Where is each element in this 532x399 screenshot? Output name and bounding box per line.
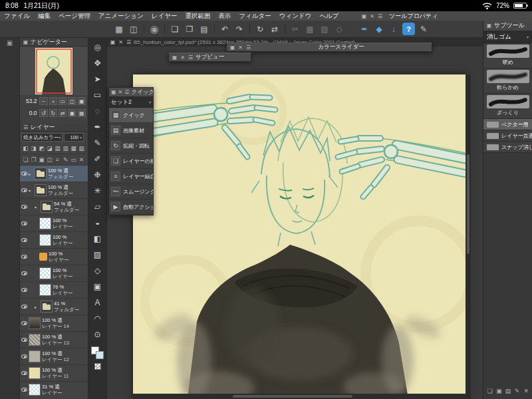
layer-row[interactable]: 100 %レイヤー	[20, 215, 88, 232]
close-icon[interactable]: ✕	[180, 55, 186, 61]
visibility-eye-icon[interactable]	[21, 338, 27, 342]
menu-filter[interactable]: フィルター	[235, 12, 275, 21]
layer-row[interactable]: 100 %レイヤー	[20, 232, 88, 249]
open-file-icon[interactable]: ❐	[182, 23, 197, 36]
tool-property-title[interactable]: ツールプロパティ	[389, 12, 438, 21]
new-file-icon[interactable]: ❏	[168, 23, 182, 36]
menu-page[interactable]: ページ管理	[55, 12, 94, 21]
thumbnail-options-icon[interactable]: ▦	[78, 109, 86, 117]
subtool-item[interactable]: ざっくり	[483, 94, 532, 119]
menu-window[interactable]: ウィンドウ	[275, 12, 316, 21]
effect-icon-4[interactable]: ◪	[46, 144, 53, 152]
shape-select-icon[interactable]: ◇	[332, 23, 346, 36]
menu-view[interactable]: 表示	[214, 12, 235, 21]
layer-thumbnail[interactable]	[39, 267, 51, 279]
selection-tool-icon[interactable]: ▭	[90, 87, 106, 103]
folder-thumbnail[interactable]	[41, 301, 53, 313]
delete-layer-icon[interactable]: ✕	[78, 156, 85, 164]
lasso-tool-icon[interactable]: ◌	[90, 103, 106, 119]
zoom-tool-icon[interactable]: ◎	[90, 39, 106, 55]
canvas-vertical-scrollbar[interactable]	[466, 74, 471, 399]
pen-pressure-icon[interactable]: ✒	[357, 23, 372, 36]
flip-canvas-icon[interactable]: ⇄	[267, 23, 282, 36]
dock-icon[interactable]: ▣	[111, 89, 116, 95]
dock-icon[interactable]: ▣	[229, 45, 235, 51]
layer-opacity-field[interactable]: 100▾	[64, 133, 84, 142]
panel-menu-icon[interactable]: ☰	[188, 55, 194, 61]
help-icon[interactable]: ?	[402, 23, 415, 35]
subtool-item[interactable]: 硬め	[483, 43, 532, 68]
visibility-eye-icon[interactable]	[21, 288, 27, 292]
rotate-left-icon[interactable]: ↺	[39, 109, 47, 117]
decoration-tool-icon[interactable]: ❉	[90, 167, 106, 183]
subtool-group-header[interactable]: 消しゴム ▾	[483, 31, 532, 43]
close-icon[interactable]: ✕	[237, 45, 243, 51]
visibility-eye-icon[interactable]	[21, 388, 27, 392]
quick-item[interactable]: ↻拡縮・回転	[109, 138, 153, 154]
subtool-item-selected[interactable]: ベクター用	[483, 119, 532, 130]
panel-menu-icon[interactable]: ☰	[124, 89, 129, 95]
effect-icon-2[interactable]: ◨	[30, 144, 37, 152]
close-icon[interactable]: ✕	[118, 39, 124, 45]
effect-icon-7[interactable]: ▦	[70, 144, 77, 152]
expand-arrow-icon[interactable]: ▾	[29, 188, 33, 193]
csp-logo-icon[interactable]: ◉	[147, 23, 162, 36]
sub-color-swatch[interactable]	[96, 351, 104, 359]
visibility-eye-icon[interactable]	[21, 305, 27, 309]
cut-icon[interactable]: ✂	[288, 23, 303, 36]
deselect-icon[interactable]: ▩	[303, 23, 317, 36]
rotate-canvas-icon[interactable]: ↻	[253, 23, 267, 36]
layer-list-icon[interactable]: ≡	[54, 156, 61, 164]
new-folder-icon[interactable]: ▣	[38, 156, 45, 164]
color-swatches[interactable]	[91, 346, 104, 360]
duplicate-layer-icon[interactable]: ❐	[30, 156, 37, 164]
menu-edit[interactable]: 編集	[34, 12, 55, 21]
flip-horizontal-icon[interactable]: ⇄	[59, 109, 66, 117]
edit-pen-icon[interactable]: ✎	[416, 23, 431, 36]
visibility-eye-icon[interactable]	[21, 205, 27, 209]
gradient-tool-icon[interactable]: ▨	[90, 247, 106, 263]
add-subtool-icon[interactable]: ❏	[487, 387, 493, 395]
delete-subtool-icon[interactable]: ✕	[523, 387, 529, 395]
save-icon[interactable]: ▤	[197, 23, 211, 36]
layer-thumbnail[interactable]	[39, 234, 51, 246]
eyedropper-tool-icon[interactable]: ⊙	[90, 327, 106, 342]
reset-rotate-icon[interactable]: ▣	[68, 109, 76, 117]
canvas-horizontal-scrollbar[interactable]	[133, 394, 466, 399]
pencil-tool-icon[interactable]: ✎	[90, 135, 106, 151]
quick-item[interactable]: ▶自動アクション	[109, 200, 153, 215]
menu-layer[interactable]: レイヤー	[148, 12, 182, 21]
effect-icon-5[interactable]: ▤	[54, 144, 61, 152]
visibility-eye-icon[interactable]	[21, 354, 27, 358]
expand-arrow-icon[interactable]: ▸	[35, 305, 39, 309]
subtool-item[interactable]: 軟らかめ	[483, 68, 532, 94]
menu-selection[interactable]: 選択範囲	[181, 12, 214, 21]
balloon-tool-icon[interactable]: ◠	[90, 311, 106, 327]
layer-row[interactable]: 100 % 通レイヤー 12	[20, 348, 88, 365]
zoom-in-icon[interactable]: ＋	[49, 97, 57, 105]
menu-help[interactable]: ヘルプ	[315, 12, 342, 21]
edit-subtool-icon[interactable]: ✎	[514, 387, 521, 395]
close-icon[interactable]: ✕	[118, 89, 123, 95]
layer-thumbnail[interactable]	[39, 217, 51, 229]
quick-item[interactable]: ▤画像素材	[109, 123, 153, 138]
navigator-preview[interactable]	[20, 47, 88, 95]
panel-dock-icon[interactable]: ☰	[23, 124, 29, 130]
layer-row[interactable]: 100 % 通レイヤー 11	[20, 365, 88, 382]
workspace-icon[interactable]: ▦	[112, 23, 126, 36]
dock-icon[interactable]: ▣	[110, 39, 116, 45]
layer-thumbnail[interactable]	[29, 367, 41, 379]
undo-icon[interactable]: ↶	[217, 23, 232, 36]
quick-item[interactable]: ▦クイック	[109, 108, 153, 123]
quick-panel-titlebar[interactable]: ▣ ✕ ☰ クイック	[109, 88, 153, 97]
pen-tool-icon[interactable]: ✒	[90, 119, 106, 135]
edit-layer-icon[interactable]: ✎	[62, 156, 69, 164]
text-tool-icon[interactable]: A	[90, 295, 106, 311]
visibility-eye-icon[interactable]	[21, 221, 27, 225]
layer-row[interactable]: 100 % 通レイヤー 14	[20, 315, 88, 332]
quick-set-selector[interactable]: セット2 ▾	[109, 97, 153, 108]
fit-screen-icon[interactable]: ▭	[59, 97, 66, 105]
quick-item[interactable]: ≡レイヤー結合	[109, 169, 153, 184]
visibility-eye-icon[interactable]	[21, 271, 27, 275]
quick-item[interactable]: ❏レイヤーの複製	[109, 154, 153, 169]
